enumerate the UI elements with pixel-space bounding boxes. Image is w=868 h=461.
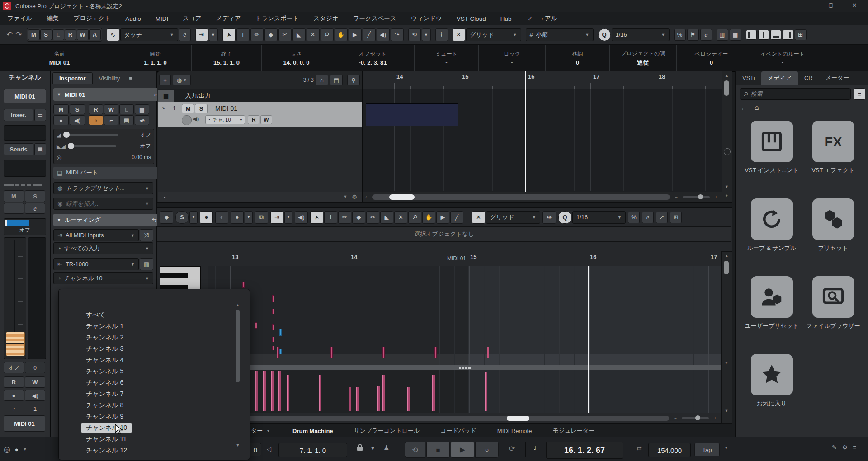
menu-ウィンドウ[interactable]: ウィンドウ [404, 14, 449, 23]
channel-menu-item-チャンネル 1[interactable]: チャンネル 1 [59, 320, 235, 332]
vscroll-thumb[interactable] [724, 80, 729, 96]
locator-marker-icon[interactable]: ◁ [267, 446, 271, 452]
velocity-bar[interactable] [255, 371, 258, 411]
tempo-display[interactable]: 154.000 [648, 443, 691, 457]
editor-vscroll-thumb[interactable] [724, 261, 729, 274]
global-R-button[interactable]: R [65, 29, 76, 40]
channel-menu-item-チャンネル 5[interactable]: チャンネル 5 [59, 366, 235, 377]
io-folder-row[interactable]: ▆ 入力/出力 [158, 89, 362, 103]
midi-note[interactable] [272, 295, 274, 302]
insp-list-icon[interactable]: ▤ [135, 104, 149, 114]
draw-tool-icon[interactable]: ✏ [338, 211, 351, 224]
midi-note[interactable] [382, 347, 385, 358]
menu-ファイル[interactable]: ファイル [0, 14, 39, 23]
autoscroll-icon[interactable]: ⇥ [195, 28, 208, 41]
autoscroll-dropdown[interactable]: ▼ [209, 28, 218, 41]
editor-tab[interactable]: ター ▼ [251, 427, 270, 435]
midi-note[interactable] [255, 322, 257, 329]
menu-scrollbar[interactable]: ▲ ▼ [234, 302, 241, 451]
midi-note[interactable] [330, 347, 333, 358]
media-tile-presets[interactable]: プリセット [804, 198, 863, 252]
erase-tool-icon[interactable]: ◆ [352, 211, 365, 224]
snap-type-select[interactable]: グリッド▼ [466, 28, 521, 41]
editor-quantize-icon[interactable]: Q [558, 211, 571, 224]
note-edit-overlay-icon[interactable]: ♦ [231, 211, 244, 224]
acoustic-feedback-icon[interactable]: ◐ [215, 211, 228, 224]
event-display[interactable]: 14151617181 ‹ – + [362, 71, 722, 202]
tempo-track-icon[interactable]: ⇄ [637, 445, 642, 452]
pin-icon[interactable]: ⬥ [160, 211, 173, 224]
channel-menu-item-チャンネル 3[interactable]: チャンネル 3 [59, 343, 235, 354]
editor-iq-icon[interactable]: % [628, 212, 640, 223]
velocity-bar[interactable] [377, 386, 380, 411]
channel-menu-item-チャンネル 4[interactable]: チャンネル 4 [59, 354, 235, 366]
media-tile-favorites[interactable]: お気に入り [742, 354, 801, 408]
mute-tool-icon[interactable]: ✕ [394, 211, 407, 224]
menu-編集[interactable]: 編集 [39, 14, 66, 23]
tracklist-gear-icon[interactable]: ⚙ [352, 193, 357, 200]
hand-tool-icon[interactable]: ✋ [335, 28, 348, 41]
insp-mute-button[interactable]: M [53, 104, 69, 114]
record-enable-icon[interactable]: ● [4, 390, 24, 401]
track-visibility-icon[interactable]: ⌂ [316, 75, 328, 85]
fader-handle[interactable] [6, 332, 25, 356]
info-field-移調[interactable]: 移調0 [546, 45, 610, 71]
editor-solo-icon[interactable]: S [175, 211, 189, 224]
inserts-slot[interactable] [4, 125, 46, 141]
channel-menu-item-チャンネル 7[interactable]: チャンネル 7 [59, 388, 235, 400]
timeline-vscroll[interactable]: ▲ ▼ + [722, 71, 731, 202]
midi-note[interactable] [272, 309, 274, 314]
transport-menu-icon[interactable]: ≡ [853, 444, 857, 451]
timeline-hscroll[interactable]: ‹ – + [363, 192, 722, 202]
tempo-dropdown[interactable]: ▼ [724, 446, 728, 450]
grid-relative-icon[interactable]: ⇹ [542, 211, 556, 224]
media-tile-user-presets[interactable]: ユーザープリセット [742, 276, 801, 330]
right-tab-メーター[interactable]: メーター [819, 71, 856, 85]
strip-mute-button[interactable]: M [4, 190, 24, 202]
lower-tab-モジュレーター[interactable]: モジュレーター [552, 427, 594, 435]
tab-visibility[interactable]: Visibility [94, 73, 126, 84]
tracklist-search-icon[interactable]: ⚲ [347, 75, 360, 85]
velocity-bar[interactable] [356, 387, 359, 411]
menu-Hub[interactable]: Hub [493, 15, 519, 22]
midi-part-section[interactable]: ▤ MIDI パート [53, 167, 160, 179]
bottom-zone-toggle[interactable] [770, 30, 781, 40]
menu-Audio[interactable]: Audio [118, 15, 148, 22]
menu-ワークスペース[interactable]: ワークスペース [346, 14, 404, 23]
track-solo-button[interactable]: S [195, 104, 208, 113]
media-back-icon[interactable]: ← [741, 104, 747, 112]
flag-icon[interactable]: ⚑ [687, 29, 699, 41]
pan-control[interactable]: オフ [4, 218, 46, 235]
inserts-icon[interactable]: ▭ [34, 109, 46, 121]
info-field-名前[interactable]: 名前MIDI 01 [0, 45, 119, 71]
snap-toggle-icon[interactable]: ✕ [453, 28, 465, 41]
snap-zero-cross-icon[interactable]: ⌇ [435, 28, 448, 41]
sends-slot[interactable] [4, 160, 46, 177]
channel-menu-item-すべて[interactable]: すべて [59, 309, 235, 320]
track-preset-select[interactable]: ◍ トラックプリセット... ▼ [53, 182, 153, 194]
editor-playhead[interactable] [588, 266, 589, 413]
glue-tool-icon[interactable]: ◣ [292, 28, 306, 41]
lanes-icon[interactable]: ▥ [717, 29, 728, 41]
global-M-button[interactable]: M [28, 29, 40, 40]
performer-icon[interactable]: ♟ [383, 444, 389, 452]
link-projects-icon[interactable]: ⧉ [255, 211, 268, 224]
midi-note[interactable] [272, 324, 274, 330]
midi-note[interactable] [434, 347, 437, 358]
track-mute-button[interactable]: M [182, 104, 194, 113]
play-tool-icon[interactable]: ▶ [349, 28, 362, 41]
lower-tab-Drum Machine[interactable]: Drum Machine [292, 428, 333, 434]
insp-lane-icon[interactable]: ▤ [119, 115, 134, 125]
info-field-ミュート[interactable]: ミュート- [415, 45, 479, 71]
quantize-panel-button[interactable]: e [700, 29, 712, 41]
editor-hscroll[interactable]: ‹ – + [208, 414, 721, 423]
velocity-bar[interactable] [382, 375, 385, 411]
global-S-button[interactable]: S [40, 29, 52, 40]
velocity-bar[interactable] [485, 372, 487, 411]
insp-record-icon[interactable]: ● [53, 115, 69, 125]
menu-MIDI[interactable]: MIDI [148, 15, 176, 22]
filter-funnel-icon[interactable]: ▼ [370, 445, 376, 452]
velocity-bar[interactable] [349, 387, 351, 411]
right-tab-メディア[interactable]: メディア [761, 71, 798, 85]
channel-menu-item-チャンネル 8[interactable]: チャンネル 8 [59, 400, 235, 411]
